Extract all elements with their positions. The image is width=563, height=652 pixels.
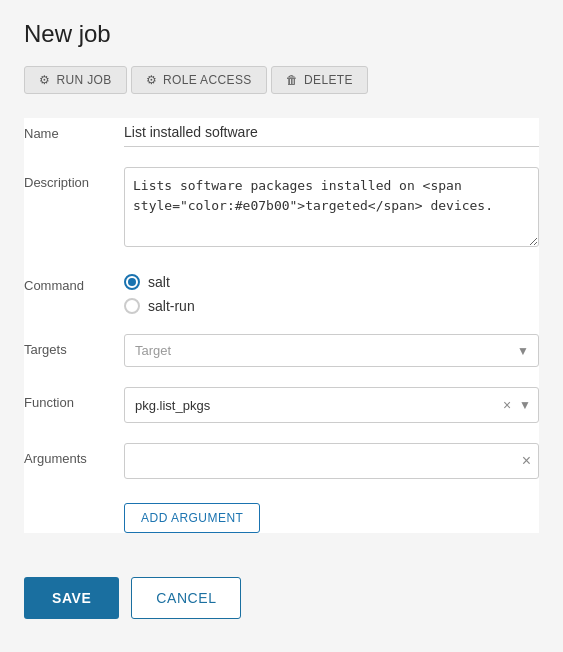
function-row: Function pkg.list_pkgs × ▼ bbox=[24, 387, 539, 423]
function-actions: × ▼ bbox=[501, 397, 531, 413]
radio-salt-run-input[interactable] bbox=[124, 298, 140, 314]
run-icon: ⚙ bbox=[39, 73, 50, 87]
function-field-wrap: pkg.list_pkgs × ▼ bbox=[124, 387, 539, 423]
role-icon: ⚙ bbox=[146, 73, 157, 87]
arguments-row: Arguments × ADD ARGUMENT bbox=[24, 443, 539, 533]
role-access-label: ROLE ACCESS bbox=[163, 73, 252, 87]
description-label: Description bbox=[24, 167, 124, 190]
page-title: New job bbox=[24, 20, 539, 48]
name-label: Name bbox=[24, 118, 124, 141]
targets-row: Targets Target ▼ bbox=[24, 334, 539, 367]
delete-label: DELETE bbox=[304, 73, 353, 87]
radio-salt-input[interactable] bbox=[124, 274, 140, 290]
form: Name Description Lists software packages… bbox=[24, 118, 539, 533]
add-argument-button[interactable]: ADD ARGUMENT bbox=[124, 503, 260, 533]
run-job-button[interactable]: ⚙ RUN JOB bbox=[24, 66, 127, 94]
form-footer: SAVE CANCEL bbox=[24, 565, 539, 619]
cancel-button[interactable]: CANCEL bbox=[131, 577, 241, 619]
function-clear-button[interactable]: × bbox=[501, 397, 513, 413]
function-value-text: pkg.list_pkgs bbox=[135, 398, 210, 413]
name-input[interactable] bbox=[124, 118, 539, 147]
command-label: Command bbox=[24, 270, 124, 293]
description-row: Description Lists software packages inst… bbox=[24, 167, 539, 250]
arguments-input[interactable] bbox=[124, 443, 539, 479]
arguments-wrapper: × bbox=[124, 443, 539, 479]
radio-salt[interactable]: salt bbox=[124, 274, 539, 290]
arguments-field-wrap: × ADD ARGUMENT bbox=[124, 443, 539, 533]
arguments-clear-button[interactable]: × bbox=[522, 453, 531, 469]
delete-button[interactable]: 🗑 DELETE bbox=[271, 66, 368, 94]
radio-salt-run[interactable]: salt-run bbox=[124, 298, 539, 314]
role-access-button[interactable]: ⚙ ROLE ACCESS bbox=[131, 66, 267, 94]
radio-salt-label: salt bbox=[148, 274, 170, 290]
targets-field-wrap: Target ▼ bbox=[124, 334, 539, 367]
command-options: salt salt-run bbox=[124, 270, 539, 314]
toolbar: ⚙ RUN JOB ⚙ ROLE ACCESS 🗑 DELETE bbox=[24, 66, 539, 94]
targets-label: Targets bbox=[24, 334, 124, 357]
function-label: Function bbox=[24, 387, 124, 410]
function-wrapper: pkg.list_pkgs × ▼ bbox=[124, 387, 539, 423]
run-job-label: RUN JOB bbox=[56, 73, 111, 87]
radio-salt-run-label: salt-run bbox=[148, 298, 195, 314]
arguments-label: Arguments bbox=[24, 443, 124, 466]
save-button[interactable]: SAVE bbox=[24, 577, 119, 619]
name-row: Name bbox=[24, 118, 539, 147]
description-input[interactable]: Lists software packages installed on <sp… bbox=[124, 167, 539, 247]
delete-icon: 🗑 bbox=[286, 73, 298, 87]
command-row: Command salt salt-run bbox=[24, 270, 539, 314]
description-field-wrap: Lists software packages installed on <sp… bbox=[124, 167, 539, 250]
targets-select-wrapper: Target ▼ bbox=[124, 334, 539, 367]
targets-select[interactable]: Target bbox=[124, 334, 539, 367]
name-field-wrap bbox=[124, 118, 539, 147]
function-value-display[interactable]: pkg.list_pkgs bbox=[124, 387, 539, 423]
function-dropdown-arrow-icon: ▼ bbox=[519, 398, 531, 412]
